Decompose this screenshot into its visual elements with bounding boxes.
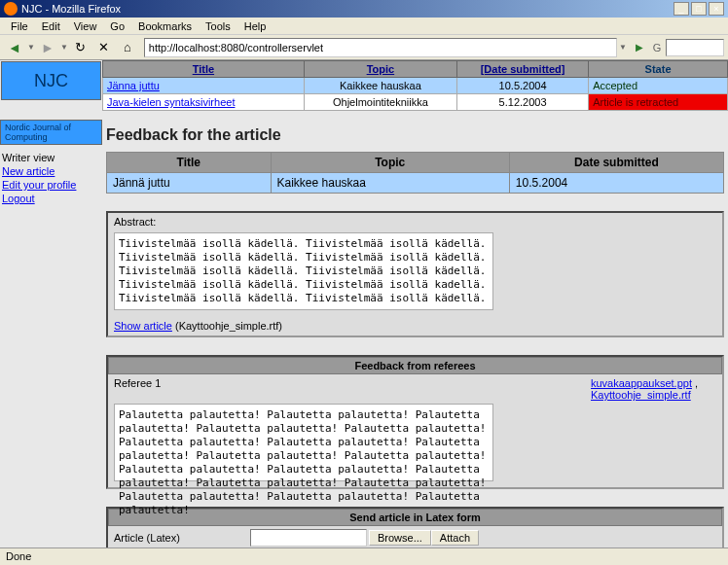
new-article-link[interactable]: New article xyxy=(2,164,100,178)
referee-text: Palautetta palautetta! Palautetta palaut… xyxy=(114,404,493,481)
logout-link[interactable]: Logout xyxy=(2,192,100,205)
journal-label: Nordic Journal of Computing xyxy=(0,120,102,145)
menu-edit[interactable]: Edit xyxy=(35,18,67,34)
maximize-button[interactable]: □ xyxy=(691,2,707,16)
abstract-text: Tiivistelmää isollä kädellä. Tiivistelmä… xyxy=(114,232,493,310)
url-dropdown-icon[interactable]: ▼ xyxy=(619,43,627,52)
stop-button[interactable]: ✕ xyxy=(93,37,115,58)
home-button[interactable]: ⌂ xyxy=(117,37,138,58)
menu-tools[interactable]: Tools xyxy=(199,18,237,34)
fv-title: Jännä juttu xyxy=(107,173,272,194)
show-article-file: (Kayttoohje_simple.rtf) xyxy=(175,320,282,332)
forward-dropdown-icon[interactable]: ▼ xyxy=(60,43,68,52)
menu-view[interactable]: View xyxy=(67,18,104,34)
table-row[interactable]: Jänna juttu Kaikkee hauskaa 10.5.2004 Ac… xyxy=(103,78,728,94)
article-topic: Ohjelmointitekniikka xyxy=(304,94,456,111)
reload-button[interactable]: ↻ xyxy=(70,37,91,58)
statusbar: Done xyxy=(0,547,728,565)
window-titlebar: NJC - Mozilla Firefox _ □ × xyxy=(0,0,728,18)
browse-button[interactable]: Browse... xyxy=(369,530,431,546)
menubar: File Edit View Go Bookmarks Tools Help xyxy=(0,18,728,35)
fh-date: Date submitted xyxy=(509,153,723,173)
referee-section-header: Feedback from referees xyxy=(108,357,722,374)
referee-section: Feedback from referees Referee 1 kuvakaa… xyxy=(106,355,724,489)
col-date[interactable]: [Date submitted] xyxy=(457,61,589,78)
main-content: Title Topic [Date submitted] State Jänna… xyxy=(102,60,728,565)
col-title[interactable]: Title xyxy=(103,61,305,78)
search-input[interactable] xyxy=(666,39,724,56)
article-title-link[interactable]: Jänna juttu xyxy=(107,80,160,91)
firefox-icon xyxy=(4,2,18,16)
url-input[interactable] xyxy=(144,38,617,57)
article-topic: Kaikkee hauskaa xyxy=(304,78,456,94)
nav-toolbar: ◄ ▼ ► ▼ ↻ ✕ ⌂ ▼ ▶ G xyxy=(0,35,728,60)
abstract-section: Abstract: Tiivistelmää isollä kädellä. T… xyxy=(106,211,724,337)
col-state[interactable]: State xyxy=(589,61,728,78)
menu-help[interactable]: Help xyxy=(237,18,273,34)
status-text: Done xyxy=(6,550,31,562)
referee-link-a[interactable]: kuvakaappaukset.ppt xyxy=(591,377,692,389)
writer-view-label: Writer view xyxy=(2,151,100,164)
abstract-label: Abstract: xyxy=(108,213,722,230)
go-button[interactable]: ▶ xyxy=(631,39,648,56)
articles-table: Title Topic [Date submitted] State Jänna… xyxy=(102,60,728,111)
edit-profile-link[interactable]: Edit your profile xyxy=(2,178,100,192)
fv-topic: Kaikkee hauskaa xyxy=(271,173,509,194)
latex-section-header: Send article in Latex form xyxy=(108,509,722,526)
article-date: 5.12.2003 xyxy=(457,94,589,111)
search-engine-icon[interactable]: G xyxy=(650,42,664,53)
close-button[interactable]: × xyxy=(709,2,724,16)
feedback-header-table: Title Topic Date submitted Jännä juttu K… xyxy=(106,152,724,194)
col-topic[interactable]: Topic xyxy=(304,61,456,78)
forward-button[interactable]: ► xyxy=(37,37,58,58)
article-state: Accepted xyxy=(589,78,728,94)
back-dropdown-icon[interactable]: ▼ xyxy=(27,43,35,52)
table-row[interactable]: Java-kielen syntaksivirheet Ohjelmointit… xyxy=(103,94,728,111)
logo: NJC xyxy=(1,61,101,100)
menu-bookmarks[interactable]: Bookmarks xyxy=(131,18,199,34)
minimize-button[interactable]: _ xyxy=(673,2,689,16)
fh-topic: Topic xyxy=(271,153,509,173)
back-button[interactable]: ◄ xyxy=(4,37,25,58)
show-article-link[interactable]: Show article xyxy=(114,320,172,332)
page-title: Feedback for the article xyxy=(106,111,724,152)
latex-file-input[interactable] xyxy=(250,529,367,547)
referee-label: Referee 1 xyxy=(114,377,591,401)
attach-button[interactable]: Attach xyxy=(431,530,479,546)
fh-title: Title xyxy=(107,153,272,173)
menu-go[interactable]: Go xyxy=(103,18,131,34)
article-title-link[interactable]: Java-kielen syntaksivirheet xyxy=(107,96,235,108)
article-date: 10.5.2004 xyxy=(457,78,589,94)
fv-date: 10.5.2004 xyxy=(509,173,723,194)
article-state: Article is retracted xyxy=(589,94,728,111)
sidebar: NJC Nordic Journal of Computing Writer v… xyxy=(0,60,102,565)
menu-file[interactable]: File xyxy=(4,18,35,34)
latex-label: Article (Latex) xyxy=(114,532,250,544)
referee-link-b[interactable]: Kayttoohje_simple.rtf xyxy=(591,389,691,401)
window-title: NJC - Mozilla Firefox xyxy=(21,3,121,15)
